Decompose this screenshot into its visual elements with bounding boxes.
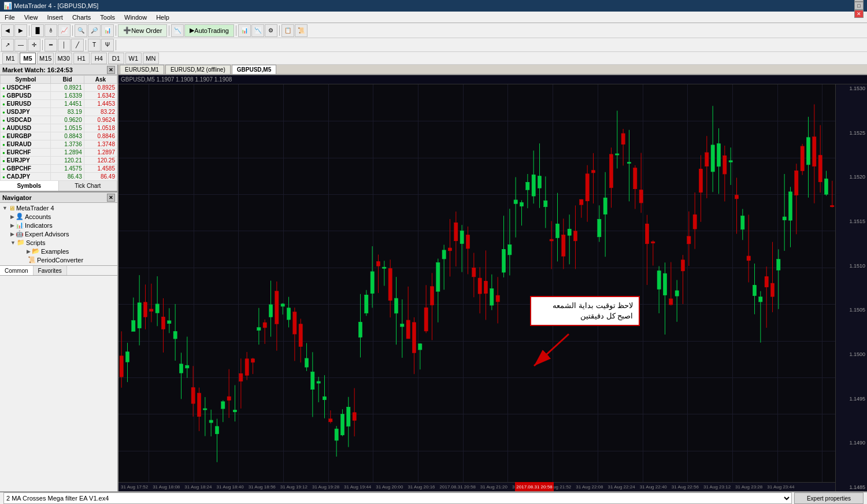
toolbar-settings[interactable]: ⚙ (265, 24, 277, 37)
draw-line-btn[interactable]: — (14, 39, 27, 51)
svg-rect-187 (675, 291, 679, 296)
titlebar: 📊 MetaTrader 4 - [GBPUSD,M5] – □ ✕ (0, 0, 867, 12)
nav-accounts-label: Accounts (25, 213, 51, 220)
nav-tab-common[interactable]: Common (0, 266, 34, 275)
period-btn-h4[interactable]: H4 (91, 53, 107, 64)
svg-rect-107 (436, 262, 440, 291)
nav-tab-favorites[interactable]: Favorites (34, 266, 67, 275)
autotrading-button[interactable]: ▶ AutoTrading (184, 24, 234, 37)
mw-bid: 83.19 (51, 108, 84, 116)
period-btn-h1[interactable]: H1 (73, 53, 90, 64)
nav-item-indicators[interactable]: ▶ 📊 Indicators (9, 221, 116, 229)
draw-arrow-btn[interactable]: ↗ (1, 39, 14, 51)
mw-row[interactable]: ● AUDUSD 1.0515 1.0518 (1, 124, 117, 132)
ea-dropdown[interactable]: 2 MA Crosses Mega filter EA V1.ex4 (3, 492, 792, 504)
nav-scripts-expand: ▼ (10, 240, 16, 246)
close-button[interactable]: ✕ (854, 10, 864, 18)
period-btn-m5[interactable]: M5 (20, 53, 36, 64)
mw-row[interactable]: ● EURGBP 0.8843 0.8846 (1, 132, 117, 140)
draw-vline-btn[interactable]: │ (58, 39, 71, 51)
period-btn-w1[interactable]: W1 (125, 53, 142, 64)
menu-item-file[interactable]: File (0, 12, 20, 23)
draw-hline-btn[interactable]: ━ (45, 39, 57, 51)
draw-trend-btn[interactable]: ╱ (71, 39, 84, 51)
svg-rect-135 (520, 202, 523, 206)
chart-tab-eurusd-m2--offline-[interactable]: EURUSD,M2 (offline) (165, 65, 231, 74)
titlebar-icon: 📊 (3, 2, 12, 10)
mw-row[interactable]: ● USDJPY 83.19 83.22 (1, 108, 117, 116)
mw-row[interactable]: ● EURUSD 1.4451 1.4453 (1, 100, 117, 108)
svg-rect-71 (329, 419, 332, 422)
menu-item-view[interactable]: View (20, 12, 43, 23)
nav-root[interactable]: ▼ 🖥 MetaTrader 4 (1, 204, 116, 212)
period-btn-m1[interactable]: M1 (2, 53, 18, 64)
chart-tab-gbpusd-m5[interactable]: GBPUSD,M5 (232, 65, 276, 74)
svg-rect-19 (173, 331, 177, 338)
toolbar-zoom-in[interactable]: 🔍 (75, 24, 87, 37)
draw-sep1 (42, 40, 43, 50)
menu-item-help[interactable]: Help (151, 12, 174, 23)
toolbar-expert[interactable]: 📋 (281, 24, 294, 37)
toolbar-graph-icon[interactable]: 📉 (171, 24, 184, 37)
mw-row[interactable]: ● GBPCHF 1.4575 1.4585 (1, 165, 117, 173)
toolbar-chart-candle[interactable]: 🕯 (45, 24, 57, 37)
nav-accounts-expand: ▶ (10, 214, 14, 220)
nav-item-accounts[interactable]: ▶ 👤 Accounts (9, 212, 116, 221)
nav-item-ea[interactable]: ▶ 🤖 Expert Advisors (9, 229, 116, 238)
toolbar-chart-line[interactable]: 📈 (58, 24, 71, 37)
price-label: 1.1505 (836, 307, 867, 313)
toolbar-chart-bar[interactable]: ▐▌ (31, 24, 44, 37)
mw-row[interactable]: ● EURCHF 1.2894 1.2897 (1, 149, 117, 157)
toolbar-zoom-out[interactable]: 🔎 (88, 24, 101, 37)
mw-row[interactable]: ● USDCAD 0.9620 0.9624 (1, 116, 117, 124)
svg-rect-69 (323, 396, 326, 399)
mw-tab-symbols[interactable]: Symbols (0, 181, 59, 191)
toolbar-buy[interactable]: 📊 (238, 24, 251, 37)
nav-pc-icon: 📜 (28, 256, 36, 264)
svg-rect-5 (132, 321, 135, 331)
mw-row[interactable]: ● EURAUD 1.3736 1.3748 (1, 140, 117, 149)
svg-rect-109 (442, 250, 446, 259)
draw-cross-btn[interactable]: ✛ (28, 39, 40, 51)
toolbar-new-btn[interactable]: ◀ (1, 24, 14, 37)
tooltip-line2: اصبح كل دقيقتين (537, 311, 633, 321)
expert-properties-button[interactable]: Expert properties (794, 492, 864, 504)
draw-text-btn[interactable]: T (88, 39, 101, 51)
mw-row[interactable]: ● EURJPY 120.21 120.25 (1, 157, 117, 165)
svg-rect-119 (472, 268, 476, 277)
navigator-close[interactable]: ✕ (107, 194, 115, 202)
period-btn-m15[interactable]: M15 (37, 53, 54, 64)
toolbar-sell[interactable]: 📉 (251, 24, 264, 37)
mw-ask: 1.4585 (84, 165, 117, 173)
toolbar-script[interactable]: 📜 (295, 24, 307, 37)
mw-row[interactable]: ● USDCHF 0.8921 0.8925 (1, 84, 117, 92)
nav-item-period-converter[interactable]: 📜 PeriodConverter (25, 255, 116, 264)
mw-tab-tickchart[interactable]: Tick Chart (59, 181, 118, 191)
time-label: 31 Aug 19:44 (342, 484, 373, 490)
svg-rect-209 (741, 216, 744, 229)
maximize-button[interactable]: □ (854, 2, 864, 10)
menu-item-tools[interactable]: Tools (95, 12, 120, 23)
menu-item-window[interactable]: Window (120, 12, 151, 23)
period-btn-m30[interactable]: M30 (55, 53, 72, 64)
chart-tab-eurusd-m1[interactable]: EURUSD,M1 (120, 65, 164, 74)
period-btn-d1[interactable]: D1 (108, 53, 124, 64)
draw-fib-btn[interactable]: Ψ (101, 39, 114, 51)
period-btn-mn[interactable]: MN (143, 53, 159, 64)
menu-item-insert[interactable]: Insert (42, 12, 68, 23)
nav-item-scripts[interactable]: ▼ 📁 Scripts (9, 238, 116, 247)
price-label: 1.1525 (836, 130, 867, 136)
chart-canvas[interactable]: 1.15301.15251.15201.15151.15101.15051.15… (118, 84, 867, 491)
menubar: FileViewInsertChartsToolsWindowHelp (0, 12, 867, 23)
toolbar-fwd-btn[interactable]: ▶ (14, 24, 27, 37)
toolbar-indicators[interactable]: 📊 (101, 24, 114, 37)
market-watch-close[interactable]: ✕ (107, 66, 115, 74)
mw-row[interactable]: ● CADJPY 86.43 86.49 (1, 173, 117, 181)
nav-item-examples[interactable]: ▶ 📂 Examples (25, 247, 116, 255)
svg-rect-45 (251, 359, 254, 362)
mw-row[interactable]: ● GBPUSD 1.6339 1.6342 (1, 92, 117, 100)
svg-rect-21 (179, 364, 183, 373)
menu-item-charts[interactable]: Charts (68, 12, 95, 23)
new-order-button[interactable]: ➕ New Order (118, 24, 167, 37)
time-label: 31 Aug 18:08 (150, 484, 182, 490)
